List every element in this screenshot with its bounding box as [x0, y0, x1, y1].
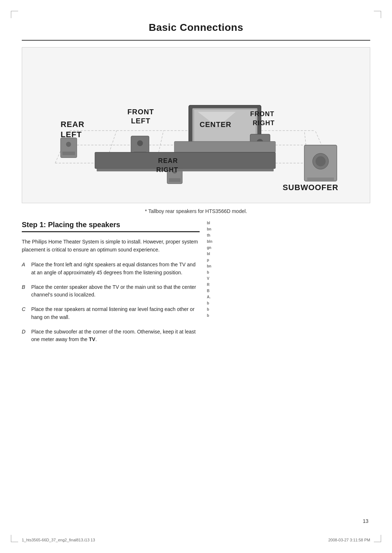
svg-rect-34 — [174, 142, 275, 152]
instruction-item-d: D Place the subwoofer at the corner of t… — [22, 328, 200, 344]
svg-text:RIGHT: RIGHT — [253, 119, 275, 127]
instruction-item-a: A Place the front left and right speaker… — [22, 261, 200, 276]
svg-text:REAR: REAR — [61, 120, 85, 129]
intro-text: The Philips Home Theater System is simpl… — [22, 238, 200, 254]
instruction-list: A Place the front left and right speaker… — [22, 261, 200, 344]
svg-text:SUBWOOFER: SUBWOOFER — [283, 183, 339, 192]
svg-point-32 — [315, 156, 326, 167]
foreign-item-2: bn — [207, 227, 370, 232]
left-column: Step 1: Placing the speakers The Philips… — [22, 221, 200, 350]
foreign-item-9: b — [207, 270, 370, 275]
instruction-letter-b: B — [22, 283, 28, 299]
foreign-item-15: b — [207, 307, 370, 312]
foreign-item-6: bl — [207, 251, 370, 257]
svg-text:FRONT: FRONT — [250, 110, 274, 118]
foreign-item-8: bn — [207, 264, 370, 269]
svg-point-19 — [137, 140, 143, 146]
instruction-item-c: C Place the rear speakers at normal list… — [22, 306, 200, 321]
svg-point-25 — [66, 142, 71, 147]
foreign-item-16: b — [207, 313, 370, 318]
instruction-text-c: Place the rear speakers at normal listen… — [31, 306, 200, 321]
footer-left: 1_hts3565-66D_37_eng2_final813.i13 13 — [22, 538, 95, 542]
speaker-diagram: REAR LEFT FRONT LEFT CENTER FRONT RIGHT … — [29, 55, 363, 196]
foreign-item-10: V — [207, 276, 370, 281]
page-title: Basic Connections — [22, 22, 370, 33]
svg-rect-35 — [95, 152, 275, 169]
svg-text:LEFT: LEFT — [61, 130, 82, 139]
svg-text:FRONT: FRONT — [127, 108, 154, 116]
svg-rect-29 — [169, 178, 180, 182]
instruction-letter-c: C — [22, 306, 28, 321]
instruction-item-b: B Place the center speaker above the TV … — [22, 283, 200, 299]
instruction-text-b: Place the center speaker above the TV or… — [31, 283, 200, 299]
instruction-text-a: Place the front left and right speakers … — [31, 261, 200, 276]
title-rule — [22, 40, 370, 41]
right-column: bl bn th bln gn bl p bn b V R B A. b b b — [207, 221, 370, 350]
foreign-item-14: b — [207, 301, 370, 306]
corner-mark-tl — [11, 11, 18, 18]
foreign-item-4: bln — [207, 239, 370, 244]
main-columns: Step 1: Placing the speakers The Philips… — [22, 221, 370, 350]
page-content: Basic Connections — [22, 22, 370, 531]
corner-mark-tr — [374, 11, 381, 18]
step-heading-text: Step 1: Placing the speakers — [22, 221, 120, 229]
foreign-item-11: R — [207, 282, 370, 287]
foreign-item-5: gn — [207, 245, 370, 250]
foreign-item-13: A. — [207, 295, 370, 300]
corner-mark-bl — [11, 535, 18, 542]
instruction-text-d: Place the subwoofer at the corner of the… — [31, 328, 200, 344]
foreign-item-3: th — [207, 233, 370, 238]
svg-rect-26 — [62, 152, 75, 155]
step-heading: Step 1: Placing the speakers — [22, 221, 200, 232]
corner-mark-br — [374, 535, 381, 542]
instruction-letter-d: D — [22, 328, 28, 344]
foreign-item-7: p — [207, 258, 370, 263]
diagram-inner: REAR LEFT FRONT LEFT CENTER FRONT RIGHT … — [29, 55, 363, 196]
svg-text:RIGHT: RIGHT — [156, 166, 179, 173]
svg-text:CENTER: CENTER — [200, 120, 232, 128]
diagram-caption: Tallboy rear speakers for HTS3566D model… — [22, 208, 370, 214]
page-number: 13 — [363, 518, 368, 524]
foreign-item-1: bl — [207, 221, 370, 226]
footer-right: 2008-03-27 3:11:58 PM — [328, 538, 370, 542]
svg-rect-36 — [97, 168, 273, 171]
instruction-letter-a: A — [22, 261, 28, 276]
svg-text:LEFT: LEFT — [131, 117, 151, 125]
foreign-item-12: B — [207, 288, 370, 294]
svg-text:REAR: REAR — [158, 157, 178, 164]
diagram-container: REAR LEFT FRONT LEFT CENTER FRONT RIGHT … — [22, 47, 370, 203]
svg-rect-33 — [307, 177, 334, 180]
